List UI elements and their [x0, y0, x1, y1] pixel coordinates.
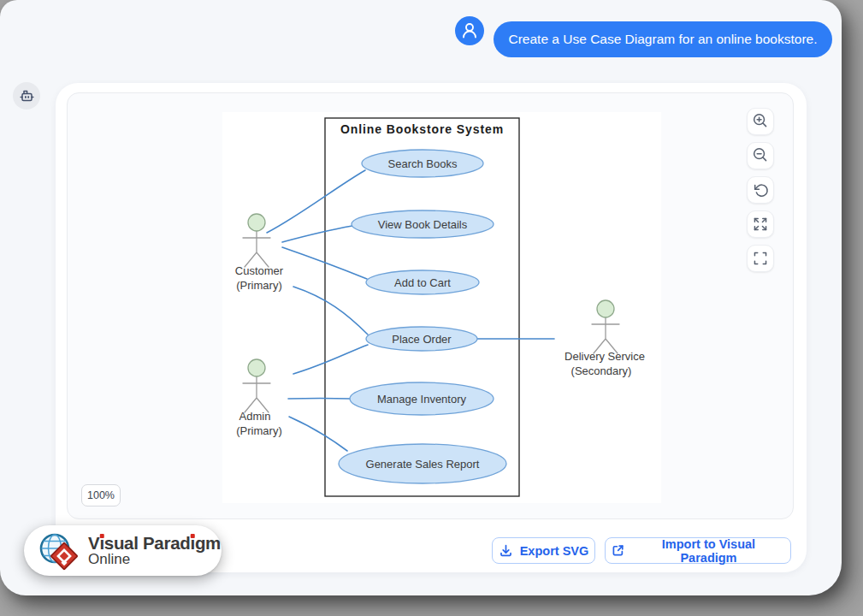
- brand-text: Visual Paradigm Online: [88, 534, 221, 567]
- svg-text:(Secondary): (Secondary): [571, 364, 632, 377]
- use-case-place-order: Place Order: [366, 327, 477, 351]
- use-case-search-books: Search Books: [362, 150, 483, 177]
- export-svg-label: Export SVG: [520, 544, 589, 558]
- zoom-level-value: 100%: [87, 489, 115, 501]
- brand-subname: Online: [88, 552, 221, 567]
- actor-customer: Customer (Primary): [235, 214, 284, 292]
- use-case-generate-sales-report: Generate Sales Report: [339, 444, 506, 483]
- system-boundary-title: Online Bookstore System: [340, 122, 504, 136]
- svg-text:(Primary): (Primary): [236, 279, 281, 292]
- svg-text:(Primary): (Primary): [236, 424, 281, 437]
- import-to-visual-paradigm-label: Import to Visual Paradigm: [632, 537, 785, 565]
- actor-head: [248, 359, 265, 376]
- svg-text:View Book Details: View Book Details: [378, 218, 468, 231]
- use-case-add-to-cart: Add to Cart: [366, 270, 479, 294]
- chat-message-bubble: Create a Use Case Diagram for an online …: [494, 21, 832, 57]
- reset-view-icon: [748, 176, 773, 204]
- svg-text:Admin: Admin: [239, 410, 271, 423]
- svg-text:Search Books: Search Books: [388, 157, 458, 170]
- fullscreen-icon: [748, 245, 773, 272]
- app-window: Create a Use Case Diagram for an online …: [0, 0, 842, 595]
- robot-icon: [19, 88, 35, 104]
- fullscreen-button[interactable]: [747, 245, 774, 272]
- external-link-icon: [611, 543, 625, 558]
- actor-admin: Admin (Primary): [236, 359, 281, 437]
- svg-text:Delivery Service: Delivery Service: [564, 350, 645, 363]
- user-avatar: [455, 16, 484, 45]
- use-case-diagram: Online Bookstore System Search Books: [222, 112, 661, 503]
- assistant-avatar: [13, 82, 40, 110]
- svg-text:Customer: Customer: [235, 264, 284, 277]
- diagram-canvas[interactable]: Online Bookstore System Search Books: [222, 112, 661, 503]
- visual-paradigm-logo[interactable]: Visual Paradigm Online: [24, 525, 222, 576]
- zoom-out-button[interactable]: [747, 142, 774, 169]
- svg-text:Manage Inventory: Manage Inventory: [377, 393, 467, 406]
- svg-text:Place Order: Place Order: [392, 333, 452, 346]
- actor-head: [248, 214, 265, 231]
- actor-head: [597, 300, 614, 317]
- zoom-in-icon: [748, 108, 773, 135]
- expand-button[interactable]: [747, 210, 774, 238]
- use-case-manage-inventory: Manage Inventory: [350, 382, 494, 415]
- view-controls: [747, 108, 774, 272]
- use-case-view-book-details: View Book Details: [352, 210, 494, 238]
- zoom-level-badge: 100%: [81, 484, 121, 506]
- reset-view-button[interactable]: [747, 176, 774, 204]
- zoom-in-button[interactable]: [747, 108, 774, 135]
- edge-admin-manage-inventory: [288, 399, 351, 400]
- svg-text:Generate Sales Report: Generate Sales Report: [366, 458, 480, 471]
- user-icon: [455, 16, 484, 45]
- svg-text:Add to Cart: Add to Cart: [394, 276, 451, 289]
- actor-delivery-service: Delivery Service (Secondary): [564, 300, 645, 377]
- download-icon: [499, 543, 513, 558]
- export-svg-button[interactable]: Export SVG: [492, 537, 595, 564]
- import-to-visual-paradigm-button[interactable]: Import to Visual Paradigm: [605, 537, 791, 564]
- brand-name: Visual Paradigm: [88, 534, 221, 552]
- expand-icon: [748, 210, 773, 238]
- visual-paradigm-logo-icon: [38, 530, 80, 572]
- zoom-out-icon: [748, 142, 773, 169]
